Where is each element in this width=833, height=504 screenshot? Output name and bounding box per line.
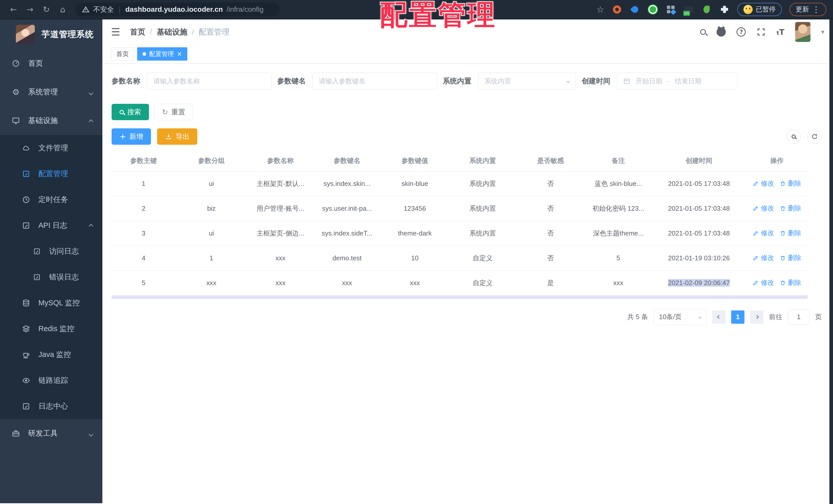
extension-sprout-icon[interactable] — [701, 4, 712, 15]
delete-link[interactable]: 删除 — [780, 179, 801, 188]
tab-label: 首页 — [116, 50, 129, 58]
window-scrollbar-edge[interactable] — [829, 20, 833, 504]
goto-label: 前往 — [769, 312, 782, 322]
delete-link[interactable]: 删除 — [780, 229, 801, 237]
filter-builtin-label: 系统内置 — [443, 76, 471, 86]
table-row[interactable]: 2biz 用户管理-账号...sys.user.init-pa... 12345… — [112, 196, 808, 221]
sidebar-item-home[interactable]: 首页 — [0, 49, 102, 78]
edit-link[interactable]: 修改 — [753, 253, 774, 262]
edit-link[interactable]: 修改 — [753, 204, 774, 213]
app-logo-row[interactable]: 芋道管理系统 — [0, 20, 102, 49]
calendar-icon — [623, 77, 630, 85]
col-header: 操作 — [746, 150, 808, 171]
extension-grid-icon[interactable] — [666, 4, 676, 15]
app-title: 芋道管理系统 — [42, 29, 94, 40]
builtin-select[interactable]: 系统内置 — [478, 73, 576, 90]
toggle-search-button[interactable] — [786, 129, 801, 144]
goto-page-input[interactable] — [788, 310, 809, 325]
browser-back-icon[interactable]: ← — [7, 5, 21, 14]
reset-button[interactable]: ↻ 重置 — [154, 104, 193, 120]
fullscreen-icon[interactable] — [757, 27, 766, 36]
sidebar-item-api-logs[interactable]: API 日志 — [0, 212, 102, 238]
sidebar-item-redis-monitor[interactable]: Redis 监控 — [0, 316, 102, 342]
page-size-value: 10条/页 — [659, 312, 682, 322]
sidebar-item-label: 首页 — [28, 58, 43, 69]
table-row[interactable]: 1ui 主框架页-默认...sys.index.skin... skin-blu… — [112, 171, 808, 196]
browser-menu-icon[interactable]: ⋮ — [812, 5, 820, 14]
extension-puzzle-icon[interactable] — [719, 4, 730, 15]
edit-link[interactable]: 修改 — [753, 179, 774, 188]
help-icon[interactable]: ? — [737, 27, 746, 36]
breadcrumb-current: 配置管理 — [199, 27, 230, 37]
date-end-placeholder: 结束日期 — [675, 77, 701, 86]
github-icon[interactable] — [717, 27, 726, 36]
sidebar-item-system-mgmt[interactable]: ⚙ 系统管理 — [0, 78, 102, 106]
current-page-button[interactable]: 1 — [731, 310, 744, 324]
delete-link[interactable]: 删除 — [780, 278, 801, 287]
paused-badge[interactable]: 已暂停 — [737, 3, 782, 16]
chevron-down-icon — [89, 429, 93, 438]
update-button[interactable]: 更新 ⋮ — [789, 3, 826, 16]
sidebar-item-log-center[interactable]: 日志中心 — [0, 393, 102, 419]
export-button[interactable]: 导出 — [157, 128, 197, 145]
extension-green-circle-icon[interactable] — [648, 4, 658, 15]
refresh-button[interactable] — [807, 129, 822, 144]
hamburger-icon[interactable]: ☰ — [111, 26, 120, 38]
sidebar-item-infrastructure[interactable]: 基础设施 — [0, 106, 102, 135]
sidebar-item-mysql-monitor[interactable]: MySQL 监控 — [0, 290, 102, 316]
reset-icon: ↻ — [162, 108, 168, 116]
browser-home-icon[interactable]: ⌂ — [56, 5, 70, 14]
url-host: dashboard.yudao.iocoder.cn — [125, 5, 223, 14]
update-label: 更新 — [795, 5, 809, 14]
font-size-icon[interactable]: tT — [777, 28, 784, 36]
user-caret-down-icon[interactable]: ▾ — [821, 28, 824, 35]
edit-link[interactable]: 修改 — [753, 278, 774, 287]
filter-actions: 搜索 ↻ 重置 — [112, 104, 822, 120]
sidebar-item-scheduled-jobs[interactable]: 定时任务 — [0, 187, 102, 212]
sidebar-item-tracing[interactable]: 链路追踪 — [0, 368, 102, 393]
bookmark-star-icon[interactable]: ☆ — [597, 4, 604, 15]
next-page-button[interactable] — [750, 310, 763, 324]
sidebar-item-label: 错误日志 — [49, 272, 79, 282]
edit-link[interactable]: 修改 — [753, 229, 774, 237]
breadcrumb-home[interactable]: 首页 — [130, 27, 145, 37]
sidebar-item-dev-tools[interactable]: 研发工具 — [0, 419, 102, 448]
sidebar-item-config-mgmt[interactable]: 配置管理 — [0, 161, 102, 187]
tab-home[interactable]: 首页 — [111, 47, 134, 60]
sidebar-item-error-logs[interactable]: 错误日志 — [0, 264, 102, 290]
log-icon — [31, 248, 43, 255]
col-header: 备注 — [585, 150, 651, 171]
delete-link[interactable]: 删除 — [780, 253, 801, 262]
table-row[interactable]: 5xxx xxxxxx xxx自定义 是xxx 2021-02-09 20:06… — [112, 271, 808, 295]
sidebar-item-java-monitor[interactable]: Java 监控 — [0, 342, 102, 368]
tab-close-icon[interactable]: × — [177, 51, 182, 57]
extension-pin-icon[interactable] — [630, 4, 640, 15]
param-key-input[interactable] — [312, 73, 437, 90]
browser-toolbar-right: ☆ cn 已暂停 更新 ⋮ — [597, 3, 826, 16]
breadcrumb-infrastructure[interactable]: 基础设施 — [157, 27, 187, 37]
browser-forward-icon[interactable]: → — [23, 5, 37, 14]
sidebar-item-file-mgmt[interactable]: 文件管理 — [0, 135, 102, 161]
delete-link[interactable]: 删除 — [780, 204, 801, 213]
user-avatar[interactable] — [795, 22, 810, 42]
search-button[interactable]: 搜索 — [112, 104, 149, 120]
sidebar-item-access-logs[interactable]: 访问日志 — [0, 238, 102, 264]
sidebar-item-label: 日志中心 — [39, 401, 68, 411]
url-path: /infra/config — [227, 5, 264, 14]
tab-config-mgmt[interactable]: 配置管理 × — [137, 47, 187, 60]
browser-reload-icon[interactable]: ↻ — [40, 5, 53, 14]
table-row[interactable]: 3ui 主框架页-侧边...sys.index.sideT... theme-d… — [112, 221, 808, 246]
search-icon[interactable] — [700, 29, 706, 35]
date-range-picker[interactable]: 开始日期 - 结束日期 — [617, 73, 737, 90]
table-row[interactable]: 41 xxxdemo.test 10自定义 否5 2021-01-19 03:1… — [112, 246, 808, 271]
extension-cn-icon[interactable]: cn — [684, 4, 694, 15]
prev-page-button[interactable] — [712, 310, 725, 324]
page-size-select[interactable]: 10条/页 — [653, 309, 707, 325]
param-name-input[interactable] — [147, 73, 271, 90]
extension-donut-icon[interactable] — [612, 4, 622, 15]
add-button[interactable]: + 新增 — [112, 128, 151, 145]
not-secure-warning-icon — [82, 6, 90, 13]
col-header: 参数键值 — [380, 150, 449, 171]
address-bar[interactable]: 不安全 | dashboard.yudao.iocoder.cn/infra/c… — [75, 3, 280, 16]
col-header: 参数键名 — [314, 150, 380, 171]
